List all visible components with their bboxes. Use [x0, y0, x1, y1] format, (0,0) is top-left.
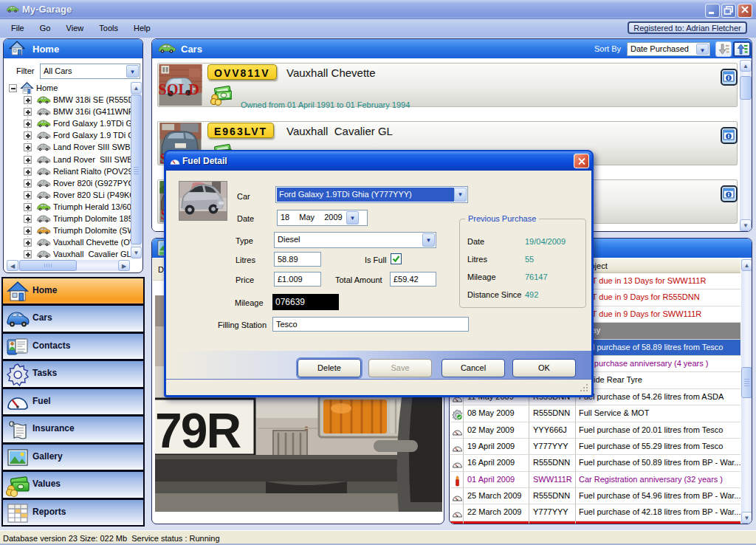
menu-tools[interactable]: Tools: [92, 19, 125, 38]
expand-icon[interactable]: [24, 203, 32, 211]
chevron-down-icon[interactable]: ▼: [454, 188, 467, 202]
event-row[interactable]: 19 April 2009 Y777YYY Fuel purchase of 5…: [450, 439, 740, 455]
tree-item[interactable]: BMW 316i (G411WNR): [5, 106, 131, 117]
scroll-up-icon[interactable]: ▲: [131, 82, 142, 94]
car-info-button[interactable]: [721, 185, 738, 202]
event-row[interactable]: 16 April 2009 R555DNN Fuel purchase of 5…: [450, 455, 740, 471]
nav-button[interactable]: Contacts: [3, 334, 143, 359]
nav-button[interactable]: Insurance: [3, 417, 143, 442]
event-row[interactable]: 25 March 2009 R555DNN Fuel purchase of 5…: [450, 488, 740, 504]
dialog-close-button[interactable]: [574, 154, 589, 168]
sort-descending-button[interactable]: [715, 41, 732, 57]
menu-file[interactable]: File: [4, 19, 31, 38]
cancel-button[interactable]: Cancel: [441, 359, 505, 377]
car-list-item[interactable]: OVV811V Vauxhall Chevette Owned from 01 …: [157, 63, 738, 107]
event-row[interactable]: 22 March 2009 Y777YYY Fuel purchase of 4…: [450, 504, 740, 521]
chevron-down-icon[interactable]: ▼: [696, 44, 709, 55]
tree-item[interactable]: Triumph Dolomite 1850: [5, 213, 131, 224]
nav-button[interactable]: Fuel: [3, 389, 143, 414]
nav-button[interactable]: Tasks: [3, 361, 143, 386]
expand-icon[interactable]: [24, 227, 32, 235]
tree-hscroll-thumb[interactable]: [19, 260, 77, 271]
nav-button[interactable]: Home: [3, 278, 143, 304]
sort-combobox[interactable]: Date Purchased ▼: [627, 42, 710, 56]
tree-item[interactable]: Triumph Herald 13/60: [5, 201, 131, 213]
isfull-checkbox[interactable]: [391, 253, 402, 264]
nav-button[interactable]: Gallery: [3, 445, 143, 470]
expand-icon[interactable]: [24, 143, 32, 151]
tree-item[interactable]: Reliant Rialto (POV297W): [5, 165, 131, 177]
tree-vscroll-thumb[interactable]: [131, 95, 142, 244]
car-info-button[interactable]: [721, 127, 738, 144]
close-button[interactable]: [738, 4, 752, 18]
ok-button[interactable]: OK: [512, 359, 576, 377]
date-day[interactable]: 18: [281, 213, 289, 222]
event-row[interactable]: 01 April 2009 SWW111R Car Registration a…: [450, 472, 740, 488]
tree-item[interactable]: Vauxhall Chevette (OVV811V): [5, 236, 131, 248]
total-amount-field[interactable]: £59.42: [390, 272, 436, 287]
scroll-right-icon[interactable]: ▶: [118, 260, 130, 271]
cars-vscroll-thumb[interactable]: [740, 76, 752, 100]
expand-icon[interactable]: [24, 250, 32, 258]
delete-button[interactable]: Delete: [298, 359, 361, 377]
save-button[interactable]: Save: [368, 359, 432, 377]
date-year[interactable]: 2009: [324, 213, 342, 222]
tree-vscrollbar[interactable]: ▲ ▼: [131, 82, 142, 258]
expand-icon[interactable]: [24, 108, 32, 116]
scroll-down-icon[interactable]: ▼: [741, 512, 752, 524]
tree-item[interactable]: Ford Galaxy 1.9 TDi Ghia: [5, 129, 131, 141]
events-vscrollbar[interactable]: ▲ ▼: [741, 259, 752, 524]
car-combobox[interactable]: Ford Galaxy 1.9TDi Ghia (Y777YYY) ▼: [275, 186, 468, 203]
tree-item[interactable]: Land Rover SIII SWB: [5, 154, 131, 165]
menu-help[interactable]: Help: [127, 19, 157, 38]
nav-button[interactable]: Values: [3, 472, 143, 497]
tree-root-home[interactable]: Home: [5, 82, 131, 94]
event-row[interactable]: [450, 521, 740, 524]
resize-grip[interactable]: [580, 383, 588, 392]
date-month[interactable]: May: [299, 213, 315, 222]
expand-icon[interactable]: [24, 191, 32, 199]
restore-button[interactable]: [721, 4, 736, 18]
tree-item[interactable]: Triumph Dolomite (SWW111R): [5, 224, 131, 236]
expand-icon[interactable]: [24, 131, 32, 140]
date-picker[interactable]: 18 May 2009 ▼: [277, 210, 368, 226]
expand-icon[interactable]: [24, 96, 32, 104]
scroll-left-icon[interactable]: ◀: [7, 260, 18, 271]
tree-item[interactable]: Rover 820 SLi (P49KOY): [5, 189, 131, 201]
tree-item[interactable]: Rover 820i (G927PYC): [5, 177, 131, 189]
type-combobox[interactable]: Diesel ▼: [274, 232, 436, 248]
litres-field[interactable]: 58.89: [274, 252, 321, 267]
chevron-down-icon[interactable]: ▼: [126, 65, 139, 78]
tree-item[interactable]: Vauxhall Cavalier GL (E963LVT): [5, 248, 131, 259]
expand-icon[interactable]: [24, 179, 32, 188]
car-info-button[interactable]: [721, 69, 738, 86]
expand-icon[interactable]: [24, 239, 32, 247]
event-row[interactable]: 08 May 2009 R555DNN Full Service & MOT: [450, 405, 740, 422]
sort-ascending-button[interactable]: [733, 41, 751, 57]
scroll-up-icon[interactable]: ▲: [741, 259, 752, 271]
filling-station-field[interactable]: Tesco: [272, 317, 469, 332]
expand-icon[interactable]: [24, 156, 32, 164]
tree-item[interactable]: Ford Galaxy 1.9TDi Ghia (Y777YYY): [5, 117, 131, 129]
expand-icon[interactable]: [24, 120, 32, 128]
menu-view[interactable]: View: [60, 19, 91, 38]
nav-button[interactable]: Cars: [3, 306, 143, 331]
expand-icon[interactable]: [24, 168, 32, 176]
expand-icon[interactable]: [24, 215, 32, 223]
nav-button[interactable]: Reports: [3, 500, 143, 525]
scroll-up-icon[interactable]: ▲: [740, 60, 752, 72]
chevron-down-icon[interactable]: ▼: [346, 211, 359, 224]
tree-item[interactable]: BMW 318i SE (R555DNN): [5, 94, 131, 106]
minimize-button[interactable]: [705, 4, 720, 18]
dialog-titlebar[interactable]: Fuel Detail: [165, 151, 592, 171]
chevron-down-icon[interactable]: ▼: [422, 233, 435, 247]
events-vscroll-thumb[interactable]: [741, 367, 752, 398]
price-field[interactable]: £1.009: [274, 272, 321, 287]
event-row[interactable]: 02 May 2009 YYY666J Fuel purchase of 20.…: [450, 422, 740, 439]
scroll-down-icon[interactable]: ▼: [131, 247, 142, 258]
scroll-down-icon[interactable]: ▼: [740, 219, 752, 231]
window-titlebar[interactable]: My-Garage: [0, 0, 756, 19]
cars-vscrollbar[interactable]: ▲ ▼: [740, 60, 752, 231]
collapse-icon[interactable]: [9, 84, 17, 92]
menu-go[interactable]: Go: [33, 19, 58, 38]
